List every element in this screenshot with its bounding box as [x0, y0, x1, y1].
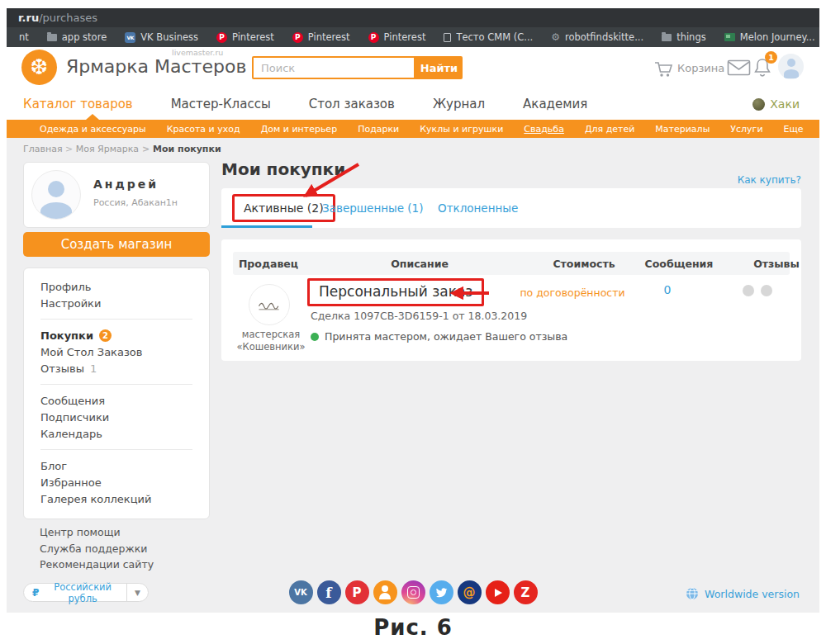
sidebar-item-my-orders-desk[interactable]: Мой Стол Заказов [24, 343, 209, 360]
bookmark-label: VK Business [140, 31, 198, 43]
sidebar-item-blog[interactable]: Блог [24, 457, 209, 474]
address-bar[interactable]: r.ru/purchases [7, 8, 819, 27]
bookmark-item[interactable]: app store [40, 31, 114, 43]
main-nav: Каталог товаров Мастер-Классы Стол заказ… [7, 88, 819, 120]
link-support[interactable]: Служба поддержки [40, 541, 154, 557]
bookmark-item[interactable]: nt [12, 31, 36, 43]
bookmark-label: nt [19, 31, 29, 43]
pinterest-icon[interactable]: P [345, 580, 369, 604]
user-avatar-mini [752, 98, 765, 111]
site-logo-title[interactable]: Ярмарка Мастеров [66, 56, 246, 77]
reviews-count: 1 [90, 363, 97, 374]
sidebar-item-collections-gallery[interactable]: Галерея коллекций [24, 490, 209, 507]
tab-active[interactable]: Активные (2) [232, 194, 335, 222]
mailru-icon[interactable]: @ [458, 580, 482, 604]
review-dot-icon[interactable] [743, 285, 754, 296]
sidebar-item-calendar[interactable]: Календарь [24, 425, 209, 442]
page-title: Мои покупки [221, 159, 345, 179]
link-help-center[interactable]: Центр помощи [40, 524, 154, 541]
review-dot-icon[interactable] [761, 285, 772, 296]
breadcrumb-home[interactable]: Главная [23, 144, 63, 154]
bookmark-label: Pinterest [308, 31, 350, 43]
facebook-icon[interactable]: f [317, 580, 341, 604]
category-item[interactable]: Дом и интерьер [261, 124, 338, 135]
bookmark-label: Pinterest [232, 31, 274, 43]
category-item[interactable]: Свадьба [524, 124, 564, 135]
category-item[interactable]: Услуги [730, 124, 762, 135]
sidebar-item-profile[interactable]: Профиль [24, 278, 209, 295]
nav-item-journal[interactable]: Журнал [433, 97, 485, 111]
category-item[interactable]: Красота и уход [167, 124, 240, 135]
col-reviews: Отзывы [753, 258, 800, 270]
category-item[interactable]: Еще [784, 124, 804, 135]
gear-icon [551, 32, 560, 42]
tab-declined[interactable]: Отклоненные [438, 201, 518, 215]
bookmark-item[interactable]: Pinterest [285, 31, 358, 43]
nav-user[interactable]: Хаки [752, 88, 800, 120]
seller-avatar[interactable] [249, 284, 290, 325]
sidebar-item-reviews[interactable]: Отзывы1 [24, 360, 209, 376]
cart-label[interactable]: Корзина [677, 62, 724, 74]
order-price: по договорённости [520, 286, 624, 299]
mail-icon[interactable] [727, 59, 751, 76]
twitter-icon[interactable] [430, 580, 453, 604]
create-shop-button[interactable]: Создать магазин [23, 232, 210, 257]
bookmark-item[interactable]: Pinterest [209, 31, 282, 43]
search-input[interactable] [252, 56, 415, 79]
user-avatar[interactable] [778, 54, 804, 79]
bookmarks-bar: nt app store VK Business Pinterest Pinte… [7, 27, 819, 47]
category-item[interactable]: Материалы [655, 124, 710, 135]
messages-count[interactable]: 0 [664, 283, 672, 296]
seller-name[interactable]: мастерская «Кошевники» [225, 329, 316, 353]
sidebar-item-settings[interactable]: Настройки [24, 295, 209, 311]
sidebar-item-messages[interactable]: Сообщения [24, 392, 209, 409]
category-item[interactable]: Для детей [585, 124, 634, 135]
bookmark-item[interactable]: robotfindskitte... [544, 31, 651, 43]
youtube-icon[interactable] [486, 580, 510, 604]
profile-avatar[interactable] [31, 170, 81, 220]
pinterest-icon [216, 32, 227, 43]
search-button[interactable]: Найти [415, 56, 463, 79]
nav-item-academy[interactable]: Академия [523, 97, 587, 111]
zen-icon[interactable]: Z [514, 580, 538, 604]
sidebar-item-purchases[interactable]: Покупки2 [24, 327, 209, 343]
pinterest-icon [368, 32, 379, 43]
order-title[interactable]: Персональный заказ [307, 278, 484, 306]
breadcrumb-my-fair[interactable]: Моя Ярмарка [63, 144, 140, 154]
sidebar-item-subscribers[interactable]: Подписчики [24, 409, 209, 425]
nav-item-masterclasses[interactable]: Мастер-Классы [171, 97, 271, 111]
nav-item-catalog[interactable]: Каталог товаров [23, 97, 133, 111]
site-header: ❆ Ярмарка Мастеров livemaster.ru Найти К… [7, 47, 819, 88]
active-tab-underline [221, 225, 312, 228]
link-site-feedback[interactable]: Рекомендации сайту [40, 556, 154, 573]
bookmark-label: Pinterest [384, 31, 426, 43]
notification-badge: 1 [765, 51, 777, 64]
how-to-buy-link[interactable]: Как купить? [738, 174, 801, 186]
site-logo-icon[interactable]: ❆ [21, 50, 57, 85]
category-item[interactable]: Подарки [358, 124, 399, 135]
sidebar-item-favorites[interactable]: Избранное [24, 474, 209, 490]
bookmark-item[interactable]: Тесто СММ (С... [436, 31, 540, 43]
bookmark-label: Melon Journey... [740, 31, 815, 43]
bookmark-item[interactable]: Melon Journey... [717, 31, 819, 43]
bookmark-item[interactable]: Pinterest [361, 31, 434, 43]
vk-icon[interactable]: VK [289, 580, 313, 604]
bookmark-item[interactable]: VK Business [117, 31, 206, 43]
category-item[interactable]: Куклы и игрушки [420, 124, 503, 135]
nav-item-orders-desk[interactable]: Стол заказов [309, 97, 395, 111]
worldwide-version-link[interactable]: Worldwide version [686, 587, 800, 600]
site-logo-domain: livemaster.ru [172, 48, 223, 57]
instagram-icon[interactable] [401, 580, 425, 604]
tab-completed[interactable]: Завершенные (1) [322, 201, 423, 215]
category-item[interactable]: Одежда и аксессуары [40, 124, 146, 135]
breadcrumb: ГлавнаяМоя ЯрмаркаМои покупки [23, 144, 221, 154]
odnoklassniki-icon[interactable] [373, 580, 397, 604]
figure-caption: Рис. 6 [0, 613, 826, 644]
bookmark-item[interactable]: things [654, 31, 714, 43]
menu-divider [40, 319, 192, 320]
cart-icon[interactable] [653, 59, 675, 78]
bookmark-label: things [676, 31, 706, 43]
menu-divider [40, 384, 192, 385]
bookmark-label: Тесто СММ (С... [456, 31, 533, 43]
caption-text: Рис. 6 [373, 615, 453, 640]
